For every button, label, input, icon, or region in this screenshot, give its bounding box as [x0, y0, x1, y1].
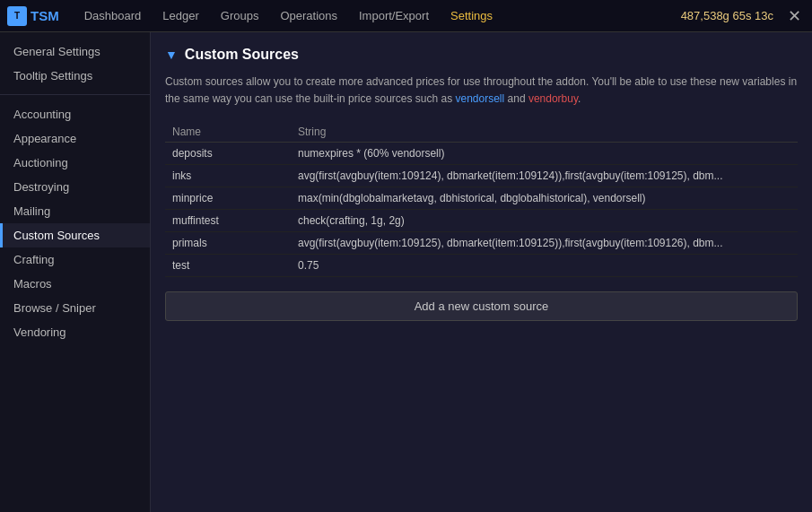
main-content: ▼ Custom Sources Custom sources allow yo… — [151, 32, 812, 512]
sidebar-item-appearance[interactable]: Appearance — [0, 126, 150, 151]
sidebar-item-mailing[interactable]: Mailing — [0, 199, 150, 223]
add-custom-source-button[interactable]: Add a new custom source — [165, 291, 798, 321]
desc-part3: and — [504, 92, 528, 105]
layout: General Settings Tooltip Settings Accoun… — [0, 32, 812, 512]
table-row[interactable]: primals avg(first(avgbuy(item:109125), d… — [165, 232, 798, 255]
nav-settings[interactable]: Settings — [440, 0, 503, 32]
sidebar-item-vendoring[interactable]: Vendoring — [0, 320, 150, 344]
desc-part5: . — [578, 92, 581, 105]
sidebar-item-crafting[interactable]: Crafting — [0, 247, 150, 272]
nav-groups[interactable]: Groups — [210, 0, 270, 32]
logo[interactable]: T TSM — [7, 6, 59, 26]
table-row[interactable]: inks avg(first(avgbuy(item:109124), dbma… — [165, 165, 798, 187]
link-vendorbuy[interactable]: vendorbuy — [528, 92, 578, 105]
nav-importexport[interactable]: Import/Export — [348, 0, 440, 32]
nav-ledger[interactable]: Ledger — [152, 0, 209, 32]
cell-string: check(crafting, 1g, 2g) — [291, 210, 798, 232]
cell-name: deposits — [165, 143, 291, 165]
col-header-name: Name — [165, 122, 291, 143]
custom-sources-table: Name String deposits numexpires * (60% v… — [165, 122, 798, 277]
section-arrow: ▼ — [165, 48, 178, 62]
sidebar-item-destroying[interactable]: Destroying — [0, 175, 150, 199]
cell-name: primals — [165, 232, 291, 255]
topnav: T TSM Dashboard Ledger Groups Operations… — [0, 0, 812, 32]
cell-string: 0.75 — [291, 255, 798, 277]
cell-name: muffintest — [165, 210, 291, 232]
cell-name: test — [165, 255, 291, 277]
sidebar-item-general-settings[interactable]: General Settings — [0, 39, 150, 64]
close-button[interactable]: ✕ — [784, 6, 805, 26]
sidebar: General Settings Tooltip Settings Accoun… — [0, 32, 151, 512]
sidebar-item-browse-sniper[interactable]: Browse / Sniper — [0, 296, 150, 320]
gold-display: 487,538g 65s 13c — [681, 9, 773, 22]
logo-text: TSM — [31, 8, 59, 23]
sidebar-item-auctioning[interactable]: Auctioning — [0, 151, 150, 175]
description: Custom sources allow you to create more … — [165, 74, 798, 108]
cell-name: minprice — [165, 187, 291, 210]
nav-operations[interactable]: Operations — [269, 0, 348, 32]
table-row[interactable]: minprice max(min(dbglobalmarketavg, dbhi… — [165, 187, 798, 210]
section-title: Custom Sources — [185, 47, 299, 63]
sidebar-item-custom-sources[interactable]: Custom Sources — [0, 223, 150, 247]
cell-name: inks — [165, 165, 291, 187]
col-header-string: String — [291, 122, 798, 143]
nav-dashboard[interactable]: Dashboard — [74, 0, 153, 32]
cell-string: max(min(dbglobalmarketavg, dbhistorical,… — [291, 187, 798, 210]
cell-string: numexpires * (60% vendorsell) — [291, 143, 798, 165]
table-row[interactable]: deposits numexpires * (60% vendorsell) — [165, 143, 798, 165]
tsm-icon: T — [7, 6, 27, 26]
section-header: ▼ Custom Sources — [165, 47, 798, 63]
table-row[interactable]: muffintest check(crafting, 1g, 2g) — [165, 210, 798, 232]
cell-string: avg(first(avgbuy(item:109125), dbmarket(… — [291, 232, 798, 255]
sidebar-item-tooltip-settings[interactable]: Tooltip Settings — [0, 64, 150, 88]
cell-string: avg(first(avgbuy(item:109124), dbmarket(… — [291, 165, 798, 187]
table-row[interactable]: test 0.75 — [165, 255, 798, 277]
sidebar-item-accounting[interactable]: Accounting — [0, 102, 150, 126]
sidebar-item-macros[interactable]: Macros — [0, 272, 150, 296]
link-vendorsell[interactable]: vendorsell — [456, 92, 505, 105]
